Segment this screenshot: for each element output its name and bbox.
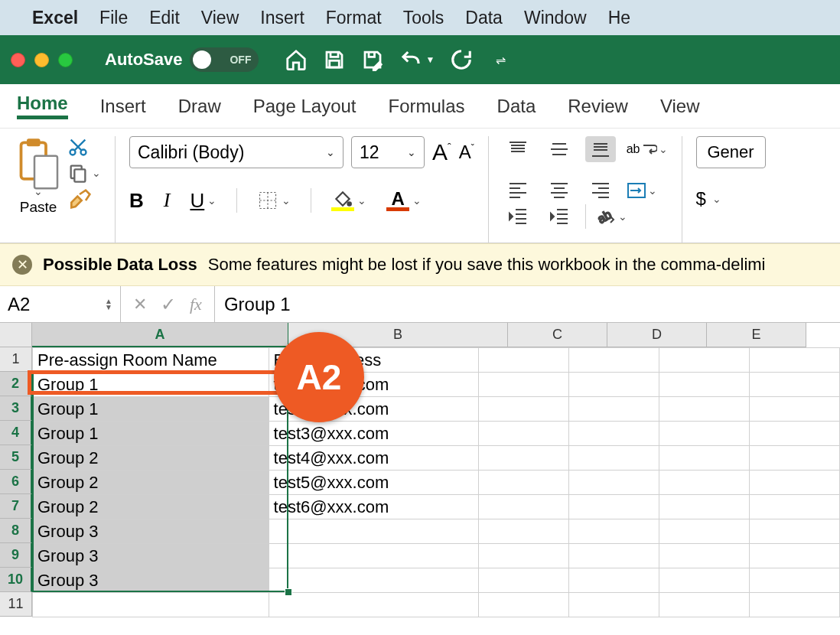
cell-F6[interactable] — [749, 471, 839, 495]
align-center-button[interactable] — [544, 177, 575, 204]
cell-C6[interactable] — [478, 471, 568, 495]
cell-A11[interactable] — [33, 593, 269, 617]
cell-F7[interactable] — [749, 495, 839, 519]
menubar-format[interactable]: Format — [326, 8, 382, 28]
cell-B10[interactable] — [269, 568, 478, 593]
cell-D5[interactable] — [568, 446, 659, 471]
cell-E4[interactable] — [659, 422, 749, 446]
cell-D4[interactable] — [568, 422, 659, 446]
fx-icon[interactable]: fx — [190, 295, 202, 314]
cell-D11[interactable] — [568, 593, 659, 617]
cell-C5[interactable] — [478, 446, 568, 471]
align-right-button[interactable] — [585, 177, 616, 204]
enter-formula-icon[interactable]: ✓ — [161, 294, 176, 315]
align-top-button[interactable] — [503, 136, 533, 162]
formula-input[interactable]: Group 1 — [215, 286, 840, 322]
cell-B4[interactable]: test3@xxx.com — [269, 422, 478, 446]
currency-button[interactable]: $⌄ — [696, 188, 766, 210]
cell-D8[interactable] — [568, 519, 659, 544]
menubar-help[interactable]: He — [608, 8, 630, 28]
decrease-indent-button[interactable] — [503, 204, 533, 230]
cell-E9[interactable] — [659, 544, 749, 568]
orientation-button[interactable]: ab ⌄ — [597, 207, 627, 226]
increase-indent-button[interactable] — [544, 204, 575, 230]
column-header-A[interactable]: A — [32, 323, 288, 347]
cell-E10[interactable] — [659, 568, 749, 593]
row-header-8[interactable]: 8 — [0, 519, 32, 543]
row-header-3[interactable]: 3 — [0, 396, 32, 421]
cell-E2[interactable] — [659, 373, 749, 397]
font-name-dropdown[interactable]: Calibri (Body) ⌄ — [129, 136, 343, 168]
menubar-tools[interactable]: Tools — [403, 8, 444, 28]
cell-A4[interactable]: Group 1 — [33, 422, 269, 446]
autosave-switch[interactable]: OFF — [190, 47, 259, 72]
cell-F1[interactable] — [749, 348, 839, 373]
save-edit-icon[interactable] — [361, 48, 384, 71]
cell-C7[interactable] — [478, 495, 568, 519]
cut-button[interactable] — [67, 136, 101, 158]
row-header-7[interactable]: 7 — [0, 494, 32, 519]
cell-B11[interactable] — [269, 593, 478, 617]
cell-A10[interactable]: Group 3 — [33, 568, 269, 593]
underline-button[interactable]: U⌄ — [190, 189, 217, 213]
cell-D2[interactable] — [568, 373, 659, 397]
window-minimize-button[interactable] — [34, 53, 49, 67]
cell-C2[interactable] — [478, 373, 568, 397]
cell-A2[interactable]: Group 1 — [33, 373, 269, 397]
font-size-dropdown[interactable]: 12 ⌄ — [351, 136, 425, 168]
cell-B9[interactable] — [269, 544, 478, 568]
align-bottom-button[interactable] — [585, 136, 616, 162]
cell-D1[interactable] — [568, 348, 659, 373]
align-left-button[interactable] — [503, 177, 533, 204]
row-header-1[interactable]: 1 — [0, 347, 32, 372]
tab-insert[interactable]: Insert — [100, 96, 146, 117]
cell-A8[interactable]: Group 3 — [33, 519, 269, 544]
italic-button[interactable]: I — [164, 189, 171, 212]
menubar-data[interactable]: Data — [465, 8, 503, 28]
cell-E7[interactable] — [659, 495, 749, 519]
undo-button[interactable]: ▼ — [399, 48, 435, 71]
cell-C10[interactable] — [478, 568, 568, 593]
tab-formulas[interactable]: Formulas — [389, 96, 465, 117]
redo-button[interactable] — [450, 48, 473, 71]
cell-C11[interactable] — [478, 593, 568, 617]
cell-D10[interactable] — [568, 568, 659, 593]
cell-B7[interactable]: test6@xxx.com — [269, 495, 478, 519]
borders-button[interactable]: ⌄ — [257, 190, 291, 211]
cell-C9[interactable] — [478, 544, 568, 568]
row-header-5[interactable]: 5 — [0, 445, 32, 470]
cell-F8[interactable] — [749, 519, 839, 544]
cell-E8[interactable] — [659, 519, 749, 544]
menubar-edit[interactable]: Edit — [149, 8, 180, 28]
align-middle-button[interactable] — [544, 136, 575, 162]
number-format-dropdown[interactable]: Gener — [696, 136, 766, 168]
row-header-4[interactable]: 4 — [0, 421, 32, 445]
menubar-insert[interactable]: Insert — [260, 8, 304, 28]
merge-button[interactable]: ⌄ — [627, 182, 657, 199]
cell-C8[interactable] — [478, 519, 568, 544]
fill-color-button[interactable]: ⌄ — [331, 190, 366, 211]
menubar-view[interactable]: View — [201, 8, 239, 28]
menubar-file[interactable]: File — [99, 8, 128, 28]
paste-icon[interactable] — [15, 136, 61, 193]
cell-B6[interactable]: test5@xxx.com — [269, 471, 478, 495]
cell-E11[interactable] — [659, 593, 749, 617]
cell-A5[interactable]: Group 2 — [33, 446, 269, 471]
cell-D3[interactable] — [568, 397, 659, 422]
dismiss-warning-button[interactable]: ✕ — [12, 255, 32, 275]
cell-F5[interactable] — [749, 446, 839, 471]
window-maximize-button[interactable] — [58, 53, 73, 67]
row-header-11[interactable]: 11 — [0, 592, 32, 617]
tab-home[interactable]: Home — [17, 93, 68, 119]
tab-page-layout[interactable]: Page Layout — [253, 96, 357, 117]
menubar-window[interactable]: Window — [524, 8, 587, 28]
cell-B5[interactable]: test4@xxx.com — [269, 446, 478, 471]
spreadsheet-grid[interactable]: ABCDE 1234567891011 Pre-assign Room Name… — [0, 323, 840, 617]
cell-F3[interactable] — [749, 397, 839, 422]
cell-C3[interactable] — [478, 397, 568, 422]
cell-E1[interactable] — [659, 348, 749, 373]
cell-C1[interactable] — [478, 348, 568, 373]
tab-review[interactable]: Review — [568, 96, 628, 117]
qat-customize-icon[interactable]: ⇌ — [496, 53, 506, 67]
cell-A9[interactable]: Group 3 — [33, 544, 269, 568]
